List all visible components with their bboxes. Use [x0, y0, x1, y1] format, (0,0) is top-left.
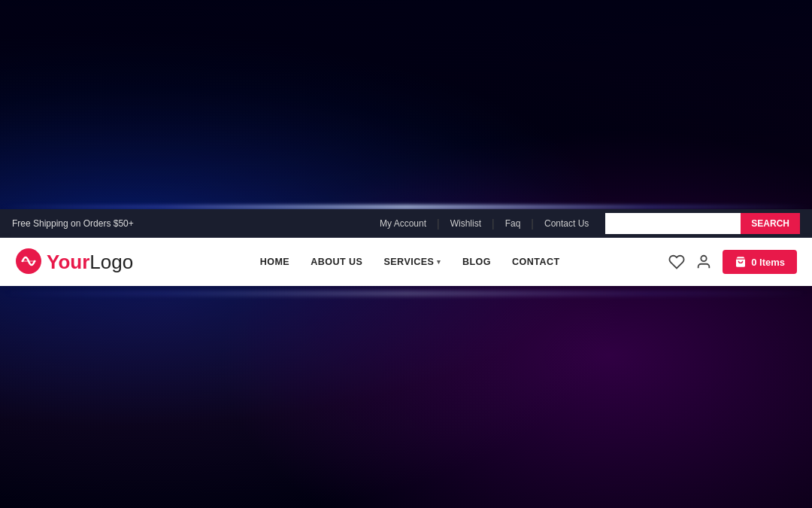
logo-your: Your: [47, 251, 89, 273]
topbar-link-faq[interactable]: Faq: [495, 218, 532, 229]
nav-item-about-us[interactable]: ABOUT US: [311, 257, 362, 267]
nav-item-services[interactable]: SERVICES ▾: [383, 257, 441, 267]
topbar-link-my-account[interactable]: My Account: [369, 218, 437, 229]
top-bar-search: Search: [605, 213, 800, 234]
wishlist-icon-button[interactable]: [668, 254, 685, 270]
main-nav-links: HOME ABOUT US SERVICES ▾ BLOG CONTACT: [260, 257, 560, 267]
header-wrapper: Free Shipping on Orders $50+ My Account …: [0, 209, 812, 286]
light-streak-bottom: [0, 292, 812, 295]
nav-item-contact[interactable]: CONTACT: [512, 257, 560, 267]
top-bar-right: My Account | Wishlist | Faq | Contact Us…: [369, 213, 800, 234]
nav-item-home[interactable]: HOME: [260, 257, 290, 267]
cart-icon: [735, 256, 747, 268]
topbar-link-contact-us[interactable]: Contact Us: [534, 218, 599, 229]
logo-logo: Logo: [89, 251, 133, 273]
user-icon: [695, 254, 712, 270]
topbar-link-wishlist[interactable]: Wishlist: [440, 218, 492, 229]
svg-point-2: [701, 256, 707, 261]
search-input[interactable]: [605, 213, 741, 234]
top-bar: Free Shipping on Orders $50+ My Account …: [0, 209, 812, 238]
chevron-down-icon: ▾: [437, 258, 441, 266]
heart-icon: [668, 254, 685, 270]
nav-item-blog[interactable]: BLOG: [462, 257, 491, 267]
cart-button[interactable]: 0 Items: [723, 250, 797, 274]
logo-link[interactable]: YourLogo: [15, 248, 133, 276]
account-icon-button[interactable]: [695, 254, 712, 270]
cart-label: 0 Items: [751, 257, 785, 268]
logo-text: YourLogo: [47, 251, 133, 274]
shipping-notice: Free Shipping on Orders $50+: [12, 218, 134, 229]
nav-icons: 0 Items: [668, 250, 797, 274]
main-nav: YourLogo HOME ABOUT US SERVICES ▾ BLOG C…: [0, 238, 812, 286]
logo-icon: [15, 248, 44, 276]
search-button[interactable]: Search: [741, 213, 800, 234]
